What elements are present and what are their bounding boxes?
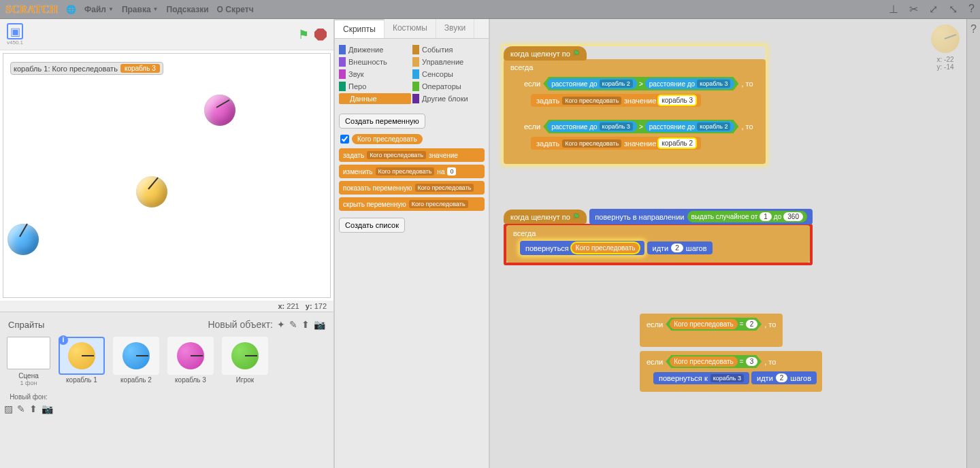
new-bg-library-icon[interactable]: ▨ [4,403,13,414]
variable-monitor[interactable]: корабль 1: Кого преследовать корабль 3 [10,62,163,75]
menu-edit[interactable]: Правка▼ [122,5,159,14]
fullscreen-button[interactable]: ▣ [7,23,23,39]
script-stack-2[interactable]: когда щелкнут по⚑ повернуть в направлени… [504,210,813,265]
cat-more[interactable]: Другие блоки [412,93,485,104]
palette-change-variable[interactable]: изменитьКого преследоватьна0 [339,165,485,178]
cat-looks[interactable]: Внешность [339,56,411,67]
stage-sprite-ship3[interactable] [204,95,235,126]
new-bg-camera-icon[interactable]: 📷 [42,403,53,414]
palette-show-variable[interactable]: показать переменнуюКого преследовать [339,181,485,195]
cat-sound[interactable]: Звук [339,69,411,80]
forever-block[interactable]: всегда если расстояние докорабль 2 > рас… [504,59,766,164]
new-bg-upload-icon[interactable]: ⬆ [29,403,37,414]
eq-operator-1[interactable]: Кого преследовать = 2 [666,318,762,331]
sprites-panel: Спрайты Новый объект: ✦ ✎ ⬆ 📷 Сцена 1 фо… [0,312,333,468]
if-block-4[interactable]: если Кого преследовать = 3 , то повернут… [640,351,822,392]
editor-tabs: Скрипты Костюмы Звуки [335,19,489,39]
menu-about[interactable]: О Скретч [217,5,254,14]
eq-operator-2[interactable]: Кого преследовать = 3 [666,355,762,368]
if-block-1[interactable]: если расстояние докорабль 2 > расстояние… [517,73,760,114]
cat-control[interactable]: Управление [412,56,485,67]
globe-icon[interactable]: 🌐 [66,5,76,14]
point-towards-ship3[interactable]: повернуться ккорабль 3 [653,372,749,384]
gt-operator-2[interactable]: расстояние докорабль 3 > расстояние доко… [543,120,738,133]
menu-tips[interactable]: Подсказки [167,5,209,14]
new-object-controls: Новый объект: ✦ ✎ ⬆ 📷 [208,319,325,330]
cat-sensing[interactable]: Сенсоры [412,69,485,80]
scratch-logo: SCRATCH [5,3,58,16]
move-steps-block-2[interactable]: идти2шагов [751,371,817,384]
set-value-input-ship3[interactable]: корабль 3 [659,96,696,105]
if-block-2[interactable]: если расстояние докорабль 3 > расстояние… [517,116,760,157]
new-bg-label: Новый фон: [4,393,53,401]
point-towards-block[interactable]: повернуться Кого преследовать [520,241,644,255]
tab-scripts[interactable]: Скрипты [335,19,385,38]
sprite-info-icon[interactable]: i [59,335,68,345]
variable-checkbox[interactable] [340,135,349,144]
cut-icon[interactable]: ✂ [909,3,918,16]
stage-coords: x: 221 y: 172 [0,301,333,312]
script-stack-1[interactable]: когда щелкнут по⚑ всегда если расстояние… [504,46,766,164]
variable-monitor-name: корабль 1: Кого преследовать [14,65,118,73]
set-var-ship3[interactable]: задатьКого преследоватьзначение корабль … [531,94,701,107]
sprite-thumb-ship2[interactable]: корабль 2 [110,337,162,414]
cat-events[interactable]: События [412,44,485,55]
new-object-label: Новый объект: [208,319,273,330]
stamp-icon[interactable]: ⊥ [889,3,898,16]
menu-file[interactable]: Файл▼ [84,5,114,14]
create-variable-button[interactable]: Создать переменную [339,114,425,129]
cat-motion[interactable]: Движение [339,44,411,55]
stage-header: ▣ v450.1 ⚑ [0,19,333,50]
new-sprite-upload-icon[interactable]: ⬆ [301,319,310,330]
when-flag-clicked-block[interactable]: когда щелкнут по⚑ [504,46,587,61]
sprite-thumb-player[interactable]: Игрок [219,337,271,414]
gt-operator-1[interactable]: расстояние докорабль 2 > расстояние доко… [543,77,738,90]
script-stack-3[interactable]: если Кого преследовать = 2 , то [640,315,783,347]
stage-sprite-ship1[interactable] [136,176,167,207]
new-sprite-library-icon[interactable]: ✦ [277,319,285,330]
forever-block-2[interactable]: всегда повернуться Кого преследовать идт… [506,225,810,263]
stop-button[interactable] [314,29,327,41]
new-sprite-camera-icon[interactable]: 📷 [314,319,325,330]
tab-sounds[interactable]: Звуки [436,19,474,38]
random-reporter[interactable]: выдать случайное от1до360 [687,211,807,222]
tab-costumes[interactable]: Костюмы [385,19,436,38]
variable-reporter[interactable]: Кого преследовать [352,134,423,144]
scene-thumbnail[interactable]: Сцена 1 фон Новый фон: ▨ ✎ ⬆ 📷 [4,337,53,414]
create-list-button[interactable]: Создать список [339,218,405,233]
variable-monitor-value: корабль 3 [120,64,160,73]
set-var-ship2[interactable]: задатьКого преследоватьзначение корабль … [531,137,701,150]
if-block-3[interactable]: если Кого преследовать = 2 , то [640,314,783,347]
move-steps-block[interactable]: идти2шагов [647,241,713,254]
script-area[interactable]: x: -22 y: -14 когда щелкнут по⚑ всегда е… [490,19,980,468]
left-panel: ▣ v450.1 ⚑ корабль 1: Кого преследовать … [0,19,335,468]
when-flag-clicked-block-2[interactable]: когда щелкнут по⚑ [504,210,587,224]
distance-to-ship2[interactable]: расстояние докорабль 2 [547,78,637,89]
help-panel-toggle[interactable]: ? [966,19,980,468]
help-icon[interactable]: ? [968,3,975,16]
cat-pen[interactable]: Перо [339,81,411,92]
stage[interactable]: корабль 1: Кого преследовать корабль 3 [3,53,331,298]
distance-to-ship3[interactable]: расстояние докорабль 3 [645,78,735,89]
block-categories: Движение События Внешность Управление Зв… [335,39,489,110]
green-flag-button[interactable]: ⚑ [298,27,309,42]
grow-icon[interactable]: ⤢ [929,3,938,16]
palette-hide-variable[interactable]: скрыть переменнуюКого преследовать [339,197,485,211]
stage-sprite-ship2[interactable] [7,224,39,255]
variable-checkbox-row[interactable]: Кого преследовать [335,133,489,146]
point-direction-block[interactable]: повернуть в направлении выдать случайное… [589,209,813,224]
shrink-icon[interactable]: ⤡ [949,3,958,16]
sprites-title: Спрайты [8,320,44,330]
sprite-thumb-ship1[interactable]: i корабль 1 [56,337,108,414]
new-bg-paint-icon[interactable]: ✎ [17,403,25,414]
cat-operators[interactable]: Операторы [412,81,485,92]
script-stack-4[interactable]: если Кого преследовать = 3 , то повернут… [640,352,822,392]
palette-set-variable[interactable]: задатьКого преследоватьзначение [339,148,485,162]
variable-reporter-inline[interactable]: Кого преследовать [572,243,640,253]
toolbar-icons: ⊥ ✂ ⤢ ⤡ ? [889,3,975,16]
sprite-thumb-ship3[interactable]: корабль 3 [165,337,216,414]
set-value-input-ship2[interactable]: корабль 2 [659,139,696,148]
menubar: SCRATCH 🌐 Файл▼ Правка▼ Подсказки О Скре… [0,0,980,19]
new-sprite-paint-icon[interactable]: ✎ [289,319,297,330]
cat-data[interactable]: Данные [339,93,411,104]
